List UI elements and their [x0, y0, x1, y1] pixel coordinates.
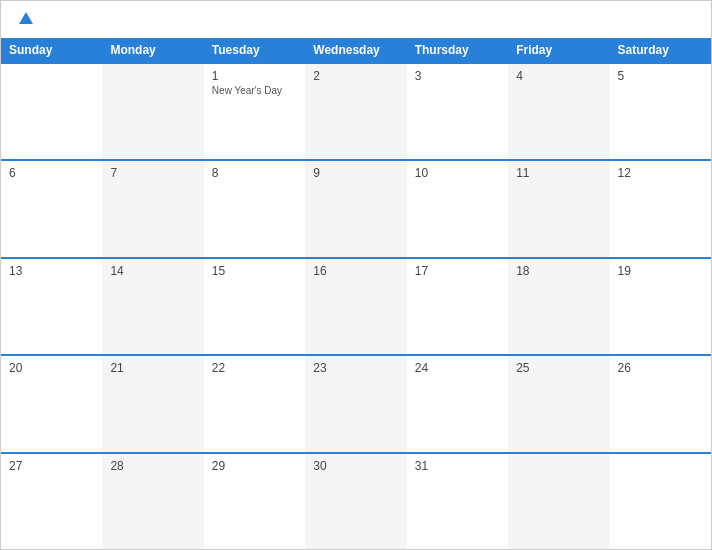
day-number: 21: [110, 361, 195, 375]
week-row-4: 2728293031: [1, 452, 711, 550]
day-header-friday: Friday: [508, 38, 609, 62]
day-cell: 19: [610, 259, 711, 355]
day-cell: 3: [407, 64, 508, 160]
day-cell: 26: [610, 356, 711, 452]
day-cell: 14: [102, 259, 203, 355]
day-cell: [1, 64, 102, 160]
day-cell: [610, 454, 711, 550]
day-number: 23: [313, 361, 398, 375]
logo-triangle-icon: [19, 12, 33, 24]
week-row-3: 20212223242526: [1, 354, 711, 452]
day-cell: 6: [1, 161, 102, 257]
day-cell: 8: [204, 161, 305, 257]
day-cell: 1New Year's Day: [204, 64, 305, 160]
day-number: 8: [212, 166, 297, 180]
day-number: 2: [313, 69, 398, 83]
day-number: 30: [313, 459, 398, 473]
day-header-thursday: Thursday: [407, 38, 508, 62]
day-cell: 31: [407, 454, 508, 550]
day-number: 20: [9, 361, 94, 375]
day-number: 29: [212, 459, 297, 473]
day-number: 15: [212, 264, 297, 278]
day-header-sunday: Sunday: [1, 38, 102, 62]
day-cell: 15: [204, 259, 305, 355]
day-header-monday: Monday: [102, 38, 203, 62]
day-cell: 25: [508, 356, 609, 452]
day-cell: 22: [204, 356, 305, 452]
day-cell: 28: [102, 454, 203, 550]
day-cell: 24: [407, 356, 508, 452]
day-cell: 21: [102, 356, 203, 452]
day-cell: [508, 454, 609, 550]
calendar-container: SundayMondayTuesdayWednesdayThursdayFrid…: [0, 0, 712, 550]
calendar-header: [1, 1, 711, 38]
week-row-0: 1New Year's Day2345: [1, 62, 711, 160]
day-cell: 27: [1, 454, 102, 550]
day-cell: 9: [305, 161, 406, 257]
day-cell: 11: [508, 161, 609, 257]
day-cell: 20: [1, 356, 102, 452]
holiday-label: New Year's Day: [212, 85, 297, 96]
day-header-wednesday: Wednesday: [305, 38, 406, 62]
day-number: 11: [516, 166, 601, 180]
day-number: 31: [415, 459, 500, 473]
day-cell: 29: [204, 454, 305, 550]
day-cell: 30: [305, 454, 406, 550]
day-number: 24: [415, 361, 500, 375]
calendar-grid: 1New Year's Day2345678910111213141516171…: [1, 62, 711, 550]
day-number: 18: [516, 264, 601, 278]
day-number: 3: [415, 69, 500, 83]
day-number: 26: [618, 361, 703, 375]
week-row-1: 6789101112: [1, 159, 711, 257]
day-cell: 4: [508, 64, 609, 160]
day-number: 17: [415, 264, 500, 278]
day-number: 28: [110, 459, 195, 473]
day-number: 1: [212, 69, 297, 83]
day-number: 4: [516, 69, 601, 83]
day-number: 22: [212, 361, 297, 375]
day-number: 14: [110, 264, 195, 278]
day-number: 10: [415, 166, 500, 180]
day-cell: 10: [407, 161, 508, 257]
day-cell: 13: [1, 259, 102, 355]
day-cell: 17: [407, 259, 508, 355]
day-cell: 7: [102, 161, 203, 257]
day-cell: 2: [305, 64, 406, 160]
day-header-saturday: Saturday: [610, 38, 711, 62]
day-number: 16: [313, 264, 398, 278]
logo: [16, 11, 33, 28]
day-number: 12: [618, 166, 703, 180]
day-cell: 12: [610, 161, 711, 257]
day-cell: 23: [305, 356, 406, 452]
week-row-2: 13141516171819: [1, 257, 711, 355]
day-number: 6: [9, 166, 94, 180]
day-number: 13: [9, 264, 94, 278]
day-cell: 16: [305, 259, 406, 355]
day-headers-row: SundayMondayTuesdayWednesdayThursdayFrid…: [1, 38, 711, 62]
day-number: 25: [516, 361, 601, 375]
day-header-tuesday: Tuesday: [204, 38, 305, 62]
day-number: 9: [313, 166, 398, 180]
day-cell: [102, 64, 203, 160]
day-cell: 5: [610, 64, 711, 160]
day-number: 27: [9, 459, 94, 473]
logo-blue-text: [16, 11, 33, 28]
day-number: 5: [618, 69, 703, 83]
day-number: 19: [618, 264, 703, 278]
day-number: 7: [110, 166, 195, 180]
day-cell: 18: [508, 259, 609, 355]
